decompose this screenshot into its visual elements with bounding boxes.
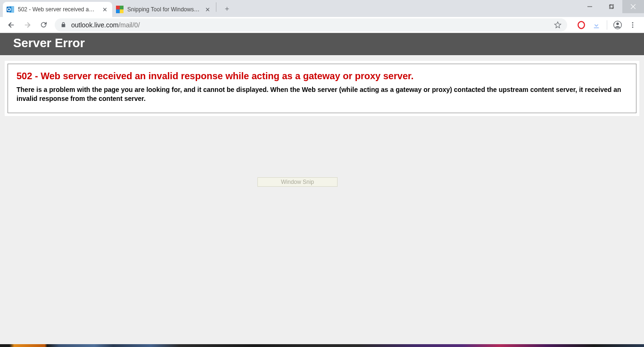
svg-point-17 xyxy=(632,24,634,25)
error-body: There is a problem with the page you are… xyxy=(17,85,627,103)
svg-rect-13 xyxy=(594,27,599,28)
svg-rect-5 xyxy=(116,9,120,13)
tab-close-button[interactable]: ✕ xyxy=(204,6,211,13)
tab-outlook-error[interactable]: 502 - Web server received an inv ✕ xyxy=(3,2,112,17)
browser-toolbar: outlook.live.com/mail/0/ xyxy=(0,17,644,33)
snip-tooltip: Window Snip xyxy=(257,177,338,187)
snip-tooltip-text: Window Snip xyxy=(281,179,314,185)
lock-icon xyxy=(60,22,66,28)
tab-snipping-tool[interactable]: Snipping Tool for Windows 10/8 ✕ xyxy=(112,2,215,17)
tab-title: 502 - Web server received an inv xyxy=(18,6,97,13)
page-viewport: Server Error 502 - Web server received a… xyxy=(0,33,644,344)
back-button[interactable] xyxy=(5,18,18,32)
window-maximize-button[interactable] xyxy=(601,0,622,13)
address-bar[interactable]: outlook.live.com/mail/0/ xyxy=(55,18,567,32)
window-controls xyxy=(579,0,644,13)
svg-rect-6 xyxy=(120,9,124,13)
tab-close-button[interactable]: ✕ xyxy=(101,6,108,13)
snipping-favicon xyxy=(116,6,124,13)
svg-rect-9 xyxy=(610,4,614,8)
page-header: Server Error xyxy=(0,33,644,55)
svg-point-15 xyxy=(616,22,619,25)
error-box: 502 - Web server received an invalid res… xyxy=(8,64,636,113)
download-icon[interactable] xyxy=(590,18,603,32)
toolbar-actions xyxy=(575,18,639,32)
menu-kebab-icon[interactable] xyxy=(626,18,639,32)
profile-avatar-icon[interactable] xyxy=(611,18,624,32)
svg-rect-3 xyxy=(116,6,120,9)
url-host: outlook.live.com xyxy=(71,21,118,29)
new-tab-button[interactable]: ＋ xyxy=(220,2,233,15)
svg-point-12 xyxy=(578,21,585,28)
window-close-button[interactable] xyxy=(622,0,644,13)
error-heading: 502 - Web server received an invalid res… xyxy=(17,71,627,82)
tab-separator xyxy=(216,2,216,12)
tab-title: Snipping Tool for Windows 10/8 xyxy=(127,6,200,13)
outlook-icon xyxy=(7,6,14,13)
extension-opera-icon[interactable] xyxy=(575,18,588,32)
svg-point-18 xyxy=(632,26,634,28)
forward-button[interactable] xyxy=(21,18,34,32)
toolbar-divider xyxy=(607,20,607,30)
url-path: /mail/0/ xyxy=(118,21,140,29)
tab-strip: 502 - Web server received an inv ✕ Snipp… xyxy=(0,0,644,17)
content-wrap: 502 - Web server received an invalid res… xyxy=(0,55,644,122)
svg-point-16 xyxy=(632,22,634,24)
url-text: outlook.live.com/mail/0/ xyxy=(71,21,549,29)
bookmark-star-icon[interactable] xyxy=(554,21,561,29)
taskbar-sliver xyxy=(0,344,644,347)
window-minimize-button[interactable] xyxy=(579,0,601,13)
reload-button[interactable] xyxy=(37,18,50,32)
svg-rect-8 xyxy=(609,5,613,9)
svg-rect-4 xyxy=(120,6,124,9)
page-header-text: Server Error xyxy=(13,36,85,50)
